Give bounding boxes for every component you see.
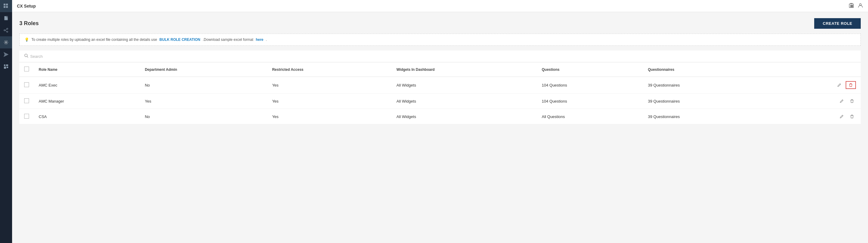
roles-count: 3 [19, 20, 22, 26]
svg-rect-1 [6, 4, 8, 5]
svg-line-10 [5, 29, 7, 30]
here-link[interactable]: here [256, 37, 263, 42]
sidebar-item-documents[interactable] [0, 12, 12, 24]
info-banner: 💡 To create multiple roles by uploading … [19, 34, 861, 46]
col-widgets: Widgets In Dashboard [392, 62, 537, 77]
row-checkbox-1[interactable] [24, 82, 29, 87]
info-text3: . [266, 37, 267, 42]
table-row: AMC Exec No Yes All Widgets 104 Question… [19, 77, 861, 93]
search-container [19, 51, 861, 62]
user-icon[interactable] [858, 3, 863, 9]
roles-label: Roles [24, 20, 39, 26]
col-actions [769, 62, 861, 77]
svg-rect-15 [6, 64, 8, 66]
building-icon[interactable] [849, 3, 854, 9]
row-checkbox-cell [19, 109, 34, 125]
bulb-icon: 💡 [25, 37, 29, 42]
select-all-checkbox[interactable] [24, 66, 29, 72]
topbar: CX Setup [12, 0, 868, 12]
svg-point-9 [4, 30, 5, 31]
roles-table: Role Name Department Admin Restricted Ac… [19, 62, 861, 125]
edit-button-1[interactable] [835, 82, 843, 88]
edit-button-2[interactable] [838, 98, 846, 104]
questionnaires-cell: 39 Questionnaires [643, 93, 769, 109]
table-header-row: Role Name Department Admin Restricted Ac… [19, 62, 861, 77]
svg-rect-26 [851, 6, 852, 7]
col-questions: Questions [537, 62, 643, 77]
delete-button-3[interactable] [848, 113, 856, 120]
info-text2: .Download sample excel format [203, 37, 253, 42]
sidebar-logo[interactable] [0, 0, 12, 12]
bulk-role-creation-link[interactable]: BULK ROLE CREATION [160, 37, 200, 42]
questions-cell: 104 Questions [537, 93, 643, 109]
svg-rect-22 [850, 5, 851, 6]
col-dept-admin: Department Admin [140, 62, 267, 77]
topbar-actions [849, 3, 863, 9]
dept-admin-cell: No [140, 77, 267, 93]
svg-rect-3 [6, 6, 8, 8]
role-name-cell: AMC Manager [34, 93, 140, 109]
svg-rect-2 [4, 6, 5, 8]
info-text: To create multiple roles by uploading an… [31, 37, 157, 42]
questions-cell: 104 Questions [537, 77, 643, 93]
svg-point-29 [25, 54, 28, 57]
svg-marker-13 [4, 52, 8, 57]
page-header: 3 Roles CREATE ROLE [19, 18, 861, 29]
row-checkbox-cell [19, 77, 34, 93]
restricted-cell: Yes [267, 93, 392, 109]
questions-cell: All Questions [537, 109, 643, 125]
dept-admin-cell: No [140, 109, 267, 125]
svg-point-7 [7, 28, 8, 29]
svg-point-12 [5, 42, 7, 43]
sidebar-item-widgets[interactable] [0, 60, 12, 73]
svg-point-28 [860, 4, 861, 5]
svg-rect-23 [851, 5, 852, 6]
actions-cell [769, 77, 861, 93]
table-row: CSA No Yes All Widgets All Questions 39 … [19, 109, 861, 125]
role-name-cell: AMC Exec [34, 77, 140, 93]
actions-cell [769, 93, 861, 109]
svg-rect-16 [4, 66, 6, 69]
search-input-wrap [24, 54, 856, 59]
sidebar-item-settings[interactable] [0, 36, 12, 48]
svg-rect-25 [850, 6, 851, 7]
questionnaires-cell: 39 Questionnaires [643, 109, 769, 125]
restricted-cell: Yes [267, 109, 392, 125]
delete-button-1[interactable] [846, 81, 856, 89]
col-questionnaires: Questionnaires [643, 62, 769, 77]
dept-admin-cell: Yes [140, 93, 267, 109]
page-title: 3 Roles [19, 20, 39, 27]
content-area: 3 Roles CREATE ROLE 💡 To create multiple… [12, 12, 868, 243]
table-row: AMC Manager Yes Yes All Widgets 104 Ques… [19, 93, 861, 109]
edit-button-3[interactable] [838, 113, 846, 120]
widgets-cell: All Widgets [392, 109, 537, 125]
restricted-cell: Yes [267, 77, 392, 93]
search-input[interactable] [30, 54, 856, 59]
svg-rect-27 [852, 6, 853, 7]
widgets-cell: All Widgets [392, 77, 537, 93]
roles-table-container: Role Name Department Admin Restricted Ac… [19, 51, 861, 125]
select-all-header [19, 62, 34, 77]
delete-button-2[interactable] [848, 98, 856, 104]
col-role-name: Role Name [34, 62, 140, 77]
create-role-button[interactable]: CREATE ROLE [814, 18, 861, 29]
sidebar-item-send[interactable] [0, 48, 12, 60]
svg-point-8 [7, 31, 8, 32]
svg-rect-17 [7, 66, 8, 68]
role-name-cell: CSA [34, 109, 140, 125]
widgets-cell: All Widgets [392, 93, 537, 109]
search-icon [24, 54, 28, 59]
svg-line-11 [5, 30, 7, 31]
sidebar [0, 0, 12, 243]
sidebar-item-share[interactable] [0, 24, 12, 36]
topbar-title: CX Setup [17, 4, 36, 8]
col-restricted: Restricted Access [267, 62, 392, 77]
row-checkbox-2[interactable] [24, 98, 29, 103]
svg-line-30 [27, 57, 28, 58]
svg-rect-14 [4, 64, 5, 66]
row-checkbox-3[interactable] [24, 114, 29, 118]
row-checkbox-cell [19, 93, 34, 109]
svg-rect-24 [852, 5, 853, 6]
main-content: CX Setup [12, 0, 868, 243]
actions-cell [769, 109, 861, 125]
